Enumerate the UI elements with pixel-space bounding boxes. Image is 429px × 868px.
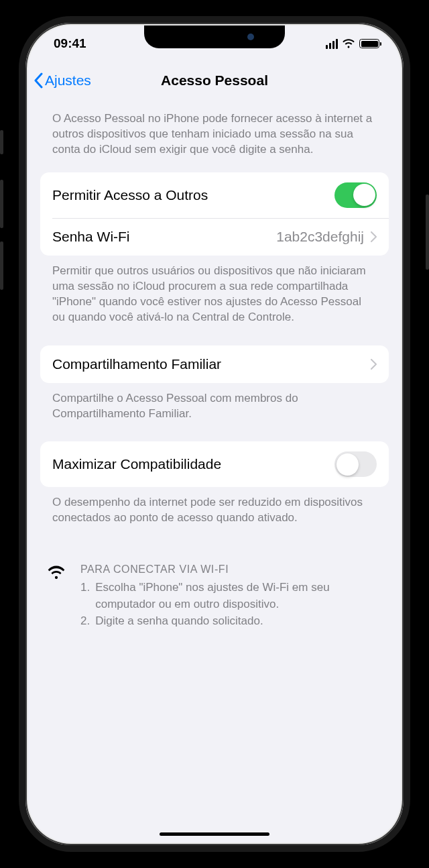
volume-down-button xyxy=(0,241,3,290)
notch xyxy=(144,25,285,48)
cellular-icon xyxy=(326,39,339,49)
power-button xyxy=(426,195,429,270)
wifi-password-row[interactable]: Senha Wi-Fi 1ab2c3defghij xyxy=(52,218,389,256)
home-indicator[interactable] xyxy=(160,832,269,836)
allow-section: Permitir Acesso a Outros Senha Wi-Fi 1ab… xyxy=(40,172,389,256)
wifi-icon xyxy=(47,563,68,629)
intro-text: O Acesso Pessoal no iPhone pode fornecer… xyxy=(40,99,389,172)
camera-icon xyxy=(247,34,254,40)
family-sharing-label: Compartilhamento Familiar xyxy=(52,356,221,372)
battery-icon xyxy=(359,39,379,48)
instructions-section: PARA CONECTAR VIA WI-FI 1.Escolha "iPhon… xyxy=(40,546,389,641)
volume-up-button xyxy=(0,180,3,228)
screen: 09:41 Ajustes Acesso Pessoal O Acesso Pe xyxy=(28,25,401,843)
wifi-password-value: 1ab2c3defghij xyxy=(276,229,377,245)
maximize-compat-label: Maximizar Compatibilidade xyxy=(52,456,221,472)
allow-footer: Permitir que outros usuários ou disposit… xyxy=(40,256,389,345)
chevron-right-icon xyxy=(371,231,377,242)
device-frame: 09:41 Ajustes Acesso Pessoal O Acesso Pe xyxy=(0,0,429,868)
back-label: Ajustes xyxy=(45,72,91,89)
status-icons xyxy=(326,39,380,49)
family-section: Compartilhamento Familiar xyxy=(40,345,389,383)
content-scroll[interactable]: O Acesso Pessoal no iPhone pode fornecer… xyxy=(28,99,401,829)
navigation-bar: Ajustes Acesso Pessoal xyxy=(28,62,401,99)
family-sharing-row[interactable]: Compartilhamento Familiar xyxy=(40,345,389,383)
compat-section: Maximizar Compatibilidade xyxy=(40,441,389,487)
wifi-inst-header: PARA CONECTAR VIA WI-FI xyxy=(80,563,382,576)
maximize-compat-toggle[interactable] xyxy=(334,451,377,477)
maximize-compat-row[interactable]: Maximizar Compatibilidade xyxy=(40,441,389,487)
page-title: Acesso Pessoal xyxy=(161,72,268,89)
family-sharing-chevron xyxy=(371,359,377,370)
silent-switch xyxy=(0,130,3,154)
compat-footer: O desempenho da internet pode ser reduzi… xyxy=(40,487,389,546)
phone-body: 09:41 Ajustes Acesso Pessoal O Acesso Pe xyxy=(19,16,410,852)
wifi-inst-step-2: 2.Digite a senha quando solicitado. xyxy=(80,613,382,630)
wifi-instructions: PARA CONECTAR VIA WI-FI 1.Escolha "iPhon… xyxy=(47,563,382,629)
status-time: 09:41 xyxy=(54,36,86,51)
allow-others-row[interactable]: Permitir Acesso a Outros xyxy=(40,172,389,218)
chevron-right-icon xyxy=(371,359,377,370)
allow-others-toggle[interactable] xyxy=(334,182,377,208)
allow-others-label: Permitir Acesso a Outros xyxy=(52,187,208,203)
wifi-inst-step-1: 1.Escolha "iPhone" nos ajustes de Wi-Fi … xyxy=(80,580,382,612)
wifi-password-label: Senha Wi-Fi xyxy=(52,229,130,245)
family-footer: Compartilhe o Acesso Pessoal com membros… xyxy=(40,383,389,442)
wifi-icon xyxy=(342,39,355,49)
back-button[interactable]: Ajustes xyxy=(34,72,91,89)
chevron-left-icon xyxy=(34,72,43,89)
